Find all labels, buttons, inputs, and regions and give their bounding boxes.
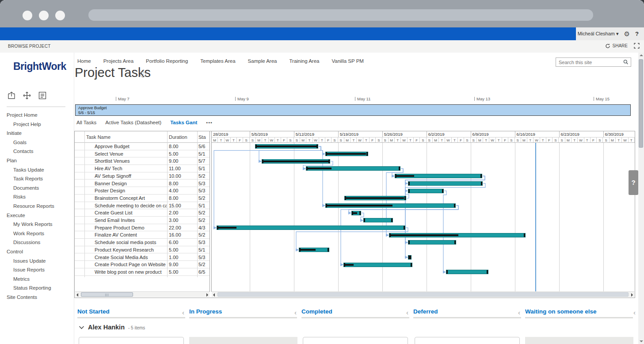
gantt-bar-select-venue[interactable] bbox=[325, 152, 368, 156]
table-row[interactable]: Schedule social media posts6.005/3 bbox=[75, 239, 210, 246]
table-row[interactable]: Finalize AV Content16.005/2 bbox=[75, 231, 210, 239]
view-tab-tasks-gant[interactable]: Tasks Gant bbox=[170, 120, 197, 125]
scroll-left-arrow[interactable] bbox=[76, 293, 78, 297]
topnav-item-projects-area[interactable]: Projects Area bbox=[103, 58, 133, 64]
sidebar-item-risks[interactable]: Risks bbox=[0, 192, 74, 202]
outline-icon[interactable] bbox=[38, 91, 47, 100]
gear-icon[interactable]: ⚙ bbox=[624, 31, 630, 37]
topnav-item-vanilla-sp-pm[interactable]: Vanilla SP PM bbox=[332, 58, 363, 64]
help-button[interactable]: ? bbox=[635, 31, 639, 37]
sidebar-item-documents[interactable]: Documents bbox=[0, 183, 74, 193]
help-tab[interactable]: ? bbox=[629, 170, 638, 195]
table-row[interactable]: Create Product Page on Website9.005/2 bbox=[75, 261, 210, 268]
table-row[interactable]: Shortlist Venues9.005/7 bbox=[75, 157, 210, 165]
scroll-right-arrow[interactable] bbox=[206, 293, 208, 297]
sidebar-item-tasks-update[interactable]: Tasks Update bbox=[0, 165, 74, 175]
gantt-bar-prepare-product-demo[interactable] bbox=[217, 226, 405, 230]
chevron-left-icon[interactable]: ‹ bbox=[406, 309, 408, 316]
sidebar-item-my-work-reports[interactable]: My Work Reports bbox=[0, 220, 74, 229]
search-input[interactable] bbox=[556, 60, 623, 65]
gantt-bar-schedule-meeting-to-decide-on-catering[interactable] bbox=[325, 203, 456, 208]
window-minimize-button[interactable] bbox=[39, 11, 49, 20]
window-zoom-button[interactable] bbox=[55, 11, 65, 20]
scroll-up-arrow[interactable] bbox=[640, 54, 643, 56]
sidebar-item-issue-reports[interactable]: Issue Reports bbox=[0, 265, 74, 275]
chevron-left-icon[interactable]: ‹ bbox=[633, 309, 636, 316]
info-icon[interactable]: i bbox=[140, 72, 146, 77]
page-vscrollbar[interactable] bbox=[638, 53, 644, 344]
user-menu[interactable]: Micheál Clesham ▾ bbox=[578, 31, 619, 37]
scroll-down-arrow[interactable] bbox=[640, 340, 643, 342]
sidebar-item-metrics[interactable]: Metrics bbox=[0, 275, 74, 284]
topnav-item-portfolio-reporting[interactable]: Portfolio Reporting bbox=[146, 58, 188, 64]
sidebar-item-control[interactable]: Control bbox=[0, 247, 74, 256]
table-row[interactable]: Poster Design4.005/3 bbox=[75, 187, 210, 195]
table-row[interactable]: Brainstorm Concept Art8.005/2 bbox=[75, 195, 210, 202]
gantt-bar-send-email-invites[interactable] bbox=[363, 218, 393, 222]
scrollbar-thumb[interactable] bbox=[217, 292, 629, 297]
gantt-bar-shortlist-venues[interactable] bbox=[262, 159, 330, 164]
column-header-task-name[interactable]: Task Name bbox=[86, 134, 111, 140]
kanban-column-completed[interactable]: Completed bbox=[301, 308, 332, 315]
scrollbar-thumb[interactable] bbox=[639, 59, 643, 148]
sidebar-item-site-contents[interactable]: Site Contents bbox=[0, 293, 74, 302]
kanban-column-not-started[interactable]: Not Started bbox=[77, 308, 110, 315]
gantt-bar-create-product-page-on-website[interactable] bbox=[343, 263, 412, 267]
table-row[interactable]: Product Keyword Research5.005/1 bbox=[75, 246, 210, 254]
scroll-left-arrow[interactable] bbox=[213, 293, 215, 297]
sidebar-item-plan[interactable]: Plan bbox=[0, 156, 74, 165]
kanban-column-waiting-on-someone-else[interactable]: Waiting on someone else bbox=[525, 308, 597, 315]
gantt-bar-schedule-social-media-posts[interactable] bbox=[408, 240, 456, 245]
scrollbar-thumb[interactable] bbox=[81, 292, 133, 297]
ribbon-tab-project[interactable]: PROJECT bbox=[29, 44, 51, 49]
chevron-left-icon[interactable]: ‹ bbox=[294, 309, 297, 316]
kanban-card[interactable] bbox=[189, 337, 297, 344]
table-row[interactable]: AV Setup Signoff10.005/2 bbox=[75, 172, 210, 180]
focus-mode-icon[interactable] bbox=[634, 43, 640, 49]
column-header-sta[interactable]: Sta bbox=[198, 134, 206, 140]
topnav-item-templates-area[interactable]: Templates Area bbox=[200, 58, 235, 64]
chart-hscrollbar[interactable] bbox=[212, 291, 634, 297]
chevron-down-icon[interactable] bbox=[79, 325, 84, 329]
window-close-button[interactable] bbox=[23, 11, 32, 20]
table-row[interactable]: Select Venue5.005/1 bbox=[75, 150, 210, 158]
gantt-bar-brainstorm-concept-art[interactable] bbox=[344, 196, 406, 200]
gantt-bar-finalize-av-content[interactable] bbox=[389, 233, 526, 237]
sidebar-item-task-reports[interactable]: Task Reports bbox=[0, 174, 74, 183]
kanban-column-in-progress[interactable]: In Progress bbox=[189, 308, 222, 315]
sidebar-item-contacts[interactable]: Contacts bbox=[0, 147, 74, 156]
column-header-duration[interactable]: Duration bbox=[169, 134, 187, 140]
gantt-bar-poster-design[interactable] bbox=[408, 189, 444, 193]
gantt-bar-create-guest-list[interactable] bbox=[351, 211, 361, 215]
kanban-group-header[interactable]: Alex Hankin - 5 items bbox=[79, 324, 145, 331]
table-row[interactable]: Create Guest List2.005/2 bbox=[75, 209, 210, 217]
table-row[interactable]: Send Email Invites3.005/2 bbox=[75, 217, 210, 224]
kanban-card[interactable] bbox=[303, 337, 408, 344]
view-tab-active-tasks-datasheet[interactable]: Active Tasks (Datasheet) bbox=[105, 120, 161, 125]
timeline-task-bar[interactable]: Approve Budget 5/6 - 5/15 bbox=[75, 104, 631, 116]
table-row[interactable]: Schedule meeting to decide on catering15… bbox=[75, 202, 210, 210]
gantt-bar-approve-budget[interactable] bbox=[255, 144, 318, 149]
share-icon[interactable] bbox=[7, 91, 16, 100]
chevron-left-icon[interactable]: ‹ bbox=[182, 309, 184, 316]
gantt-bar-product-keyword-research[interactable] bbox=[299, 248, 329, 252]
sidebar-item-project-home[interactable]: Project Home bbox=[0, 111, 74, 120]
chevron-left-icon[interactable]: ‹ bbox=[518, 309, 520, 316]
table-row[interactable]: Hire AV Tech11.005/1 bbox=[75, 165, 210, 172]
topnav-item-home[interactable]: Home bbox=[77, 58, 91, 64]
gantt-bar-create-social-media-ads[interactable] bbox=[408, 255, 412, 260]
sidebar-item-issues-update[interactable]: Issues Update bbox=[0, 256, 74, 266]
kanban-card[interactable] bbox=[79, 337, 184, 344]
address-bar[interactable] bbox=[88, 9, 593, 21]
sidebar-item-initiate[interactable]: Initiate bbox=[0, 129, 74, 138]
gantt-bar-write-blog-post-on-new-product[interactable] bbox=[446, 270, 488, 274]
table-row[interactable]: Banner Design8.005/3 bbox=[75, 180, 210, 187]
table-row[interactable]: Approve Budget8.005/6 bbox=[75, 143, 210, 150]
table-row[interactable]: Prepare Product Demo22.004/3 bbox=[75, 224, 210, 232]
topnav-item-training-area[interactable]: Training Area bbox=[289, 58, 319, 64]
topnav-item-sample-area[interactable]: Sample Area bbox=[248, 58, 277, 64]
kanban-card[interactable] bbox=[415, 337, 520, 344]
sidebar-item-execute[interactable]: Execute bbox=[0, 211, 74, 220]
sidebar-item-discussions[interactable]: Discussions bbox=[0, 238, 74, 247]
search-icon[interactable] bbox=[623, 59, 629, 65]
